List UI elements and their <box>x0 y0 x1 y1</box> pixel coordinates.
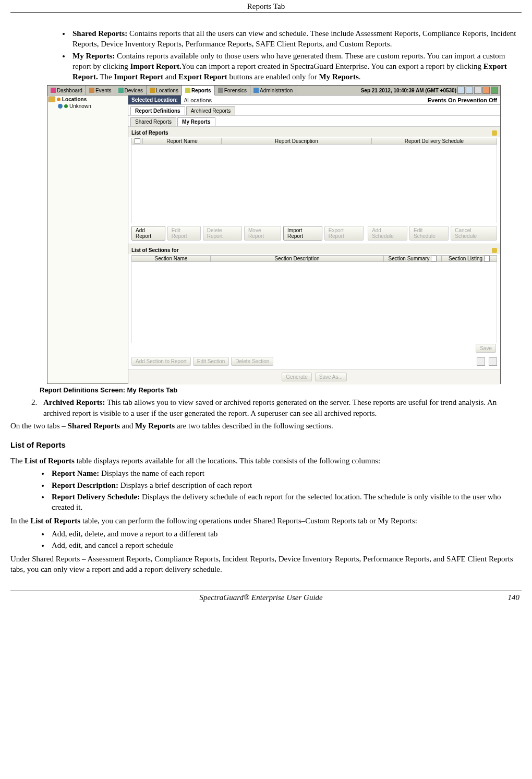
bullet-my-reports: My Reports: Contains reports available o… <box>70 51 522 82</box>
col-report-name[interactable]: Report Name <box>143 138 222 144</box>
tab-devices[interactable]: Devices <box>115 86 147 95</box>
sections-table-body <box>131 262 497 343</box>
checkbox-icon[interactable] <box>484 256 490 261</box>
generate-button[interactable]: Generate <box>282 373 312 381</box>
para-ops-intro: In the List of Reports table, you can pe… <box>10 516 522 526</box>
edit-schedule-button[interactable]: Edit Schedule <box>409 226 449 241</box>
cancel-schedule-button[interactable]: Cancel Schedule <box>451 226 497 241</box>
reports-icon <box>185 88 190 93</box>
para-lor-intro: The List of Reports table displays repor… <box>10 456 522 466</box>
col-section-description[interactable]: Section Description <box>211 256 384 261</box>
tree-child[interactable]: Unknown <box>58 102 127 109</box>
toolbar-icon[interactable] <box>474 87 481 94</box>
add-section-button[interactable]: Add Section to Report <box>131 357 191 366</box>
events-icon <box>89 88 94 93</box>
list-of-reports-title: List of Reports <box>128 126 500 137</box>
footer-title: SpectraGuard® Enterprise User Guide <box>200 593 323 602</box>
intro-bullet-list: Shared Reports: Contains reports that al… <box>10 28 522 82</box>
lor-columns-list: Report Name: Displays the name of each r… <box>10 468 522 512</box>
events-status: Events On Prevention Off <box>428 97 500 103</box>
col-section-summary[interactable]: Section Summary <box>384 256 442 261</box>
tab-reports[interactable]: Reports <box>182 86 215 95</box>
ops-list: Add, edit, delete, and move a report to … <box>10 529 522 551</box>
toolbar-icon[interactable] <box>457 87 465 94</box>
lor-col-name: Report Name: Displays the name of each r… <box>50 468 522 478</box>
ops-item: Add, edit, and cancel a report schedule <box>50 540 522 550</box>
reports-table-header: Report Name Report Description Report De… <box>131 138 497 145</box>
datetime-display: Sep 21 2012, 10:40:39 AM (GMT +0530) <box>361 86 500 95</box>
status-dot-icon <box>64 104 68 108</box>
para-under-shared: Under Shared Reports – Assessment Report… <box>10 554 522 575</box>
list-of-sections-title: List of Sections for <box>128 244 500 254</box>
tab-events[interactable]: Events <box>86 86 115 95</box>
move-down-icon[interactable] <box>489 357 497 366</box>
sections-table-header: Section Name Section Description Section… <box>131 255 497 262</box>
col-report-description[interactable]: Report Description <box>222 138 372 144</box>
move-up-icon[interactable] <box>477 357 485 366</box>
section-button-row: Add Section to Report Edit Section Delet… <box>128 354 500 369</box>
tab-administration[interactable]: Administration <box>250 86 296 95</box>
delete-section-button[interactable]: Delete Section <box>231 357 273 366</box>
dashboard-icon <box>51 88 56 93</box>
page-header: Reports Tab <box>10 0 522 12</box>
bullet-shared-reports: Shared Reports: Contains reports that al… <box>70 28 522 50</box>
delete-report-button[interactable]: Delete Report <box>203 226 242 241</box>
globe-icon <box>58 104 63 109</box>
location-tree: Locations Unknown <box>47 95 128 383</box>
admin-icon <box>253 88 259 93</box>
subtab-archived-reports[interactable]: Archived Reports <box>186 106 236 115</box>
tree-root[interactable]: Locations <box>49 97 127 102</box>
screenshot: Dashboard Events Devices Locations Repor… <box>47 85 501 384</box>
col-section-name[interactable]: Section Name <box>132 256 211 261</box>
numbered-list: Archived Reports: This tab allows you to… <box>10 397 522 418</box>
ops-item: Add, edit, delete, and move a report to … <box>50 529 522 539</box>
subtab-my-reports[interactable]: My Reports <box>177 117 215 126</box>
tab-dashboard[interactable]: Dashboard <box>47 86 86 95</box>
toolbar-icon[interactable] <box>482 87 490 94</box>
col-checkbox[interactable] <box>132 138 143 144</box>
edit-section-button[interactable]: Edit Section <box>193 357 229 366</box>
subtab-shared-reports[interactable]: Shared Reports <box>130 117 176 126</box>
selected-location-bar: Selected Location: //Locations Events On… <box>128 95 500 105</box>
report-button-row: Add Report Edit Report Delete Report Mov… <box>128 223 500 244</box>
page-footer: . SpectraGuard® Enterprise User Guide 14… <box>10 593 522 602</box>
lor-col-sched: Report Delivery Schedule: Displays the d… <box>50 492 522 513</box>
checkbox-icon[interactable] <box>431 256 437 261</box>
add-report-button[interactable]: Add Report <box>131 226 165 241</box>
forensics-icon <box>218 88 223 93</box>
subtab-report-definitions[interactable]: Report Definitions <box>130 106 185 115</box>
folder-icon <box>49 97 55 102</box>
edit-report-button[interactable]: Edit Report <box>167 226 201 241</box>
toolbar-icon[interactable] <box>491 87 498 94</box>
heading-list-of-reports: List of Reports <box>10 440 522 449</box>
save-button[interactable]: Save <box>476 344 496 353</box>
save-as-button[interactable]: Save As... <box>315 373 347 381</box>
reports-table-body <box>131 145 497 223</box>
toolbar-icon[interactable] <box>466 87 473 94</box>
main-panel: Selected Location: //Locations Events On… <box>128 95 500 383</box>
checkbox-icon[interactable] <box>135 138 140 144</box>
locations-icon <box>150 88 155 93</box>
tab-forensics[interactable]: Forensics <box>215 86 250 95</box>
screenshot-caption: Report Definitions Screen: My Reports Ta… <box>40 386 522 394</box>
footer-page-number: 140 <box>507 593 519 602</box>
export-report-button[interactable]: Export Report <box>324 226 364 241</box>
move-report-button[interactable]: Move Report <box>244 226 281 241</box>
bullet-bold: Shared Reports: <box>72 29 127 38</box>
devices-icon <box>118 88 124 93</box>
col-report-schedule[interactable]: Report Delivery Schedule <box>372 138 497 144</box>
import-report-button[interactable]: Import Report <box>283 226 322 241</box>
para-two-tabs: On the two tabs – Shared Reports and My … <box>10 421 522 431</box>
bullet-bold: My Reports: <box>72 52 115 60</box>
info-icon[interactable] <box>492 130 497 136</box>
footer-rule <box>10 591 522 591</box>
numbered-item-archived: Archived Reports: This tab allows you to… <box>39 397 522 418</box>
col-section-listing[interactable]: Section Listing <box>442 256 497 261</box>
bottom-button-row: Generate Save As... <box>128 369 500 385</box>
tab-locations[interactable]: Locations <box>147 86 182 95</box>
info-icon[interactable] <box>492 248 497 253</box>
bullet-text: Contains reports that all the users can … <box>72 29 516 48</box>
add-schedule-button[interactable]: Add Schedule <box>368 226 407 241</box>
location-path: //Locations <box>181 97 428 103</box>
header-rule <box>10 12 522 13</box>
